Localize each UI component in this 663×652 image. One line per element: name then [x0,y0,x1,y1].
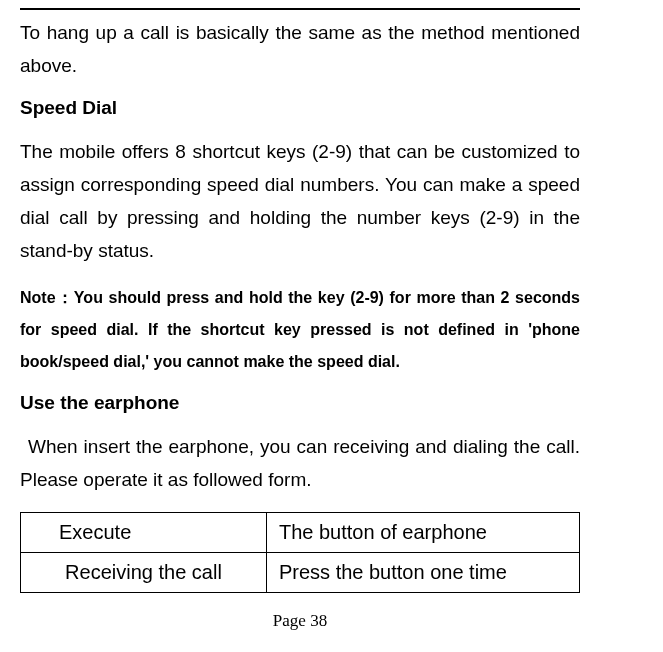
table-cell-press: Press the button one time [266,553,579,593]
page-container: To hang up a call is basically the same … [0,0,663,652]
table-row: Execute The button of earphone [21,513,580,553]
paragraph-speed-dial: The mobile offers 8 shortcut keys (2-9) … [20,135,580,268]
horizontal-rule [20,8,580,10]
paragraph-hangup: To hang up a call is basically the same … [20,16,580,83]
earphone-table: Execute The button of earphone Receiving… [20,512,580,593]
table-header-button: The button of earphone [266,513,579,553]
table-header-execute: Execute [21,513,267,553]
heading-speed-dial: Speed Dial [20,97,603,119]
page-number: Page 38 [20,611,580,631]
table-row: Receiving the call Press the button one … [21,553,580,593]
heading-earphone: Use the earphone [20,392,603,414]
note-speed-dial: Note：You should press and hold the key (… [20,282,580,378]
paragraph-earphone: When insert the earphone, you can receiv… [20,430,580,497]
table-cell-receiving: Receiving the call [21,553,267,593]
